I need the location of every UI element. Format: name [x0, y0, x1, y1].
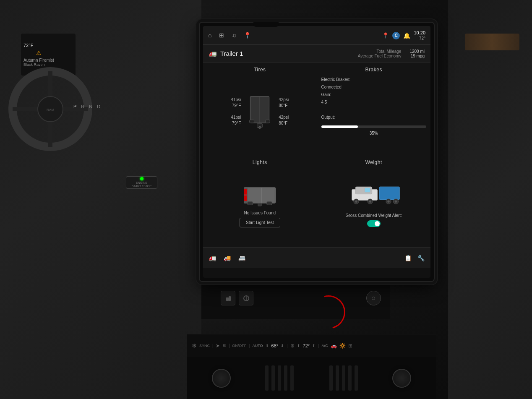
nav-music-icon[interactable]: ♫ — [232, 32, 236, 39]
bottom-trailer-icon3[interactable]: 🚐 — [238, 255, 245, 261]
mileage-label: Total Mileage — [358, 49, 402, 54]
svg-rect-33 — [226, 297, 229, 301]
vent-slot — [329, 365, 333, 391]
lights-title: Lights — [207, 159, 313, 165]
vent-group1 — [264, 365, 295, 391]
bottom-nav: 🚛 🚚 🚐 📋 🔧 — [203, 247, 430, 268]
reverse-gear: R — [81, 104, 86, 109]
fuel-economy-label: Average Fuel Economy — [358, 54, 402, 58]
brakes-info: Electric Brakes: Connected Gain: 4.5 Out… — [321, 76, 427, 137]
bell-icon[interactable]: 🔔 — [403, 32, 410, 39]
weight-alert-toggle[interactable] — [367, 220, 381, 227]
right-knob[interactable] — [366, 291, 381, 305]
fan-icon[interactable]: ❄ — [192, 342, 197, 349]
fan-up-icon[interactable]: ⬆ — [297, 344, 300, 348]
right-control-area — [357, 277, 390, 319]
electric-brakes-value: Connected — [321, 85, 342, 89]
mileage-value: 1200 mi — [409, 49, 425, 54]
distribute-icon[interactable]: ➤ — [216, 343, 220, 349]
neutral-gear: N — [89, 104, 94, 109]
clock-time: 10:20 — [414, 30, 425, 36]
ac-icon[interactable]: 🚗 — [331, 343, 337, 349]
engine-status-dot — [140, 177, 143, 180]
main-grid: Tires 41psi 79°F 41psi 79°F — [203, 63, 430, 247]
start-light-test-button[interactable]: Start Light Test — [240, 218, 280, 227]
temp-up-icon[interactable]: ⬆ — [266, 344, 269, 348]
bottom-tools-icon[interactable]: 🔧 — [417, 255, 425, 261]
onoff-label[interactable]: ON/OFF — [229, 344, 246, 348]
bottom-trailer-icon1[interactable]: 🚛 — [209, 255, 216, 261]
celsius-button[interactable]: C — [392, 32, 400, 39]
gain-value: 4.5 — [321, 100, 327, 104]
nav-grid-icon[interactable]: ⊞ — [219, 32, 224, 39]
output-progress: 35% — [321, 125, 427, 137]
svg-rect-16 — [248, 188, 275, 203]
trailer-header: 🚛 Trailer 1 Total Mileage Average Fuel E… — [203, 45, 430, 63]
svg-text:RAM: RAM — [47, 108, 54, 112]
bottom-trailer-icon2[interactable]: 🚚 — [224, 255, 231, 261]
hvac-divider3: | — [287, 344, 287, 348]
engine-btn-label: ENGINESTART / STOP — [132, 181, 151, 188]
vent-slot — [265, 365, 269, 391]
vent-slot — [342, 365, 345, 391]
rear-right-reading: 42psi 80°F — [279, 115, 289, 126]
seat-heat-icon[interactable]: ≋ — [222, 343, 227, 349]
car-model: Black Raven — [23, 63, 45, 67]
defrost-icon[interactable]: 🔆 — [339, 343, 346, 349]
left-temp: 68° — [271, 343, 279, 348]
weight-diagram — [344, 181, 403, 211]
trailer-icon: 🚛 — [209, 50, 217, 57]
right-tires: 42psi 80°F 42psi 80°F — [279, 97, 289, 126]
svg-rect-20 — [258, 203, 261, 206]
weight-content: Gross Combined Weight Alert: — [321, 169, 427, 240]
svg-point-26 — [355, 200, 357, 202]
svg-rect-24 — [365, 188, 370, 193]
brakes-cell: Brakes Electric Brakes: Connected Gain: … — [317, 63, 431, 155]
clock-temp: 72° — [414, 36, 425, 41]
lights-status: No Issues Found — [244, 211, 276, 215]
vent-slot — [271, 365, 275, 391]
progress-fill — [321, 125, 358, 128]
electric-brakes-label: Electric Brakes: — [321, 77, 350, 82]
vent-slot — [348, 365, 352, 391]
rear-defrost-icon[interactable]: ⊞ — [348, 343, 352, 349]
tires-title: Tires — [207, 67, 313, 73]
screen-bezel: ⌂ ⊞ ♫ 📍 📍 C 🔔 10:20 72° 🚛 Trailer 1 — [199, 22, 435, 282]
trailer-body-diagram — [245, 93, 274, 130]
gain-label: Gain: — [321, 92, 331, 97]
weight-alert-label: Gross Combined Weight Alert: — [346, 213, 402, 218]
auto-label: AUTO — [253, 344, 263, 348]
seat-control-btn1[interactable] — [221, 291, 235, 305]
output-label: Output: — [321, 115, 335, 120]
seat-control-btn2[interactable] — [239, 291, 253, 305]
hvac-bar: ❄ SYNC | ➤ ≋ ON/OFF | AUTO ⬆ 68° ⬇ | ⊕ ⬆… — [187, 334, 436, 357]
temp-down-icon[interactable]: ⬇ — [281, 344, 284, 348]
engine-start-button[interactable]: ENGINESTART / STOP — [126, 176, 157, 189]
trailer-stats: Total Mileage Average Fuel Economy 1200 … — [358, 49, 425, 58]
svg-rect-19 — [267, 201, 272, 205]
hvac-divider2: | — [249, 344, 250, 348]
left-tires: 41psi 79°F 41psi 79°F — [231, 97, 241, 126]
front-right-reading: 42psi 80°F — [279, 97, 289, 109]
right-dial[interactable] — [392, 369, 411, 388]
lights-content: No Issues Found Start Light Test — [207, 169, 313, 240]
right-temp-up[interactable]: ⬆ — [312, 344, 316, 348]
svg-point-32 — [395, 200, 397, 202]
top-nav: ⌂ ⊞ ♫ 📍 📍 C 🔔 10:20 72° — [203, 26, 430, 45]
tires-layout: 41psi 79°F 41psi 79°F — [207, 76, 313, 147]
bottom-right-icons: 📋 🔧 — [404, 255, 425, 261]
nav-home-icon[interactable]: ⌂ — [208, 32, 211, 39]
nav-location-icon[interactable]: 📍 — [244, 32, 251, 39]
right-temp: 72° — [303, 343, 310, 348]
left-dial[interactable] — [212, 369, 231, 388]
bottom-doc-icon[interactable]: 📋 — [404, 255, 412, 261]
fan-speed-icon[interactable]: ⊕ — [290, 343, 295, 349]
svg-rect-15 — [244, 196, 247, 201]
tires-cell: Tires 41psi 79°F 41psi 79°F — [203, 63, 317, 155]
seat-controls-area — [201, 277, 273, 319]
right-knob-center — [372, 297, 375, 300]
ac-label[interactable]: A/C — [322, 344, 328, 348]
progress-percent: 35% — [321, 130, 427, 137]
weight-title: Weight — [321, 159, 427, 165]
park-gear: P — [73, 104, 78, 109]
